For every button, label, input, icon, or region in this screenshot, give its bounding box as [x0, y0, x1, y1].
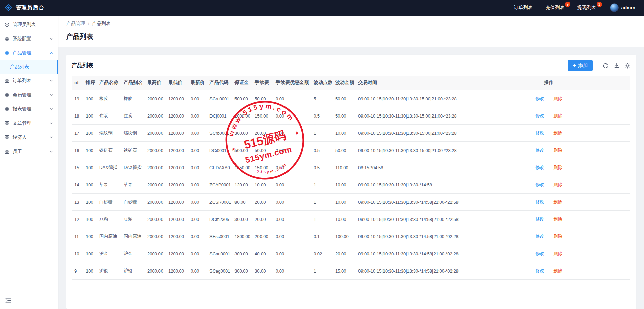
delete-link[interactable]: 删除 [553, 165, 562, 170]
edit-link[interactable]: 修改 [535, 96, 544, 101]
nav-withdraw-list[interactable]: 提现列表 1 [577, 5, 596, 11]
col-product-alias: 产品别名 [121, 76, 145, 90]
nav-order-list[interactable]: 订单列表 [514, 5, 533, 11]
sidebar-item-staff[interactable]: 员工 [0, 145, 58, 159]
sidebar-item-label: 订单列表 [13, 78, 31, 84]
col-low-price: 最低价 [166, 76, 188, 90]
cell-fluctuation-amount: 110.00 [332, 159, 355, 176]
export-icon[interactable] [614, 63, 619, 68]
delete-link[interactable]: 删除 [553, 251, 562, 256]
cell-fee: 30.00 [252, 262, 273, 280]
settings-icon[interactable] [625, 63, 630, 69]
withdraw-count-badge: 1 [597, 2, 602, 7]
sidebar-item-member-management[interactable]: 会员管理 [0, 88, 58, 102]
delete-link[interactable]: 删除 [553, 234, 562, 239]
delete-link[interactable]: 删除 [553, 148, 562, 153]
breadcrumb-item-product-management[interactable]: 产品管理 [66, 21, 85, 27]
chevron-down-icon [49, 121, 53, 125]
cell-product-code: SCrb0001 [207, 125, 232, 142]
delete-link[interactable]: 删除 [553, 216, 562, 222]
cell-id: 12 [72, 211, 83, 228]
cell-fluctuation-point: 1 [311, 262, 332, 280]
delete-link[interactable]: 删除 [553, 113, 562, 118]
delete-link[interactable]: 删除 [553, 96, 562, 101]
cell-sort: 100 [83, 142, 97, 159]
cell-fluctuation-amount: 100.00 [332, 228, 355, 245]
cell-margin: 300.00 [232, 262, 252, 280]
edit-link[interactable]: 修改 [535, 268, 544, 273]
chevron-down-icon [49, 150, 53, 154]
cell-product-name: 白砂糖 [97, 194, 121, 211]
cell-fluctuation-amount: 50.00 [332, 107, 355, 125]
product-management-icon [5, 51, 9, 55]
sidebar-subitem-product-list[interactable]: 产品列表 [0, 60, 58, 74]
sidebar-item-label: 会员管理 [13, 92, 31, 98]
edit-link[interactable]: 修改 [535, 234, 544, 239]
delete-link[interactable]: 删除 [553, 199, 562, 204]
edit-link[interactable]: 修改 [535, 199, 544, 204]
cell-product-name: 焦炭 [97, 107, 121, 125]
cell-actions: 修改 删除 [467, 194, 630, 211]
refresh-icon[interactable] [603, 63, 609, 69]
cell-sort: 100 [83, 262, 97, 280]
delete-link[interactable]: 删除 [553, 130, 562, 135]
nav-recharge-list[interactable]: 充值列表 9 [546, 5, 565, 11]
cell-high-price: 2000.00 [145, 228, 166, 245]
col-high-price: 最高价 [145, 76, 166, 90]
edit-link[interactable]: 修改 [535, 251, 544, 256]
edit-link[interactable]: 修改 [535, 130, 544, 135]
delete-link[interactable]: 删除 [553, 268, 562, 273]
cell-fluctuation-point: 1 [311, 176, 332, 194]
cell-product-name: 橡胶 [97, 90, 121, 107]
cell-fee: 150.00 [252, 159, 273, 176]
edit-link[interactable]: 修改 [535, 148, 544, 153]
cell-margin: 300.00 [232, 245, 252, 262]
cell-id: 16 [72, 142, 83, 159]
user-menu[interactable]: admin [610, 3, 635, 12]
sidebar-item-order-list[interactable]: 订单列表 [0, 74, 58, 88]
edit-link[interactable]: 修改 [535, 113, 544, 118]
cell-product-code: CEDAXA0 [207, 159, 232, 176]
cell-margin: 300.00 [232, 211, 252, 228]
delete-link[interactable]: 删除 [553, 182, 562, 187]
collapse-sidebar-icon[interactable] [5, 298, 11, 303]
cell-high-price: 2000.00 [145, 194, 166, 211]
cell-actions: 修改 删除 [467, 228, 630, 245]
cell-actions: 修改 删除 [467, 142, 630, 159]
cell-id: 15 [72, 159, 83, 176]
edit-link[interactable]: 修改 [535, 165, 544, 170]
cell-latest-price: 0.00 [188, 262, 207, 280]
sidebar-item-label: 管理员列表 [13, 22, 36, 28]
cell-id: 11 [72, 228, 83, 245]
cell-low-price: 1200.00 [166, 245, 188, 262]
cell-high-price: 2000.00 [145, 125, 166, 142]
sidebar-footer [0, 294, 58, 309]
edit-link[interactable]: 修改 [535, 182, 544, 187]
breadcrumb: 产品管理 / 产品列表 [66, 21, 636, 27]
sidebar-item-report-management[interactable]: 报表管理 [0, 102, 58, 116]
sidebar-item-label: 员工 [13, 149, 22, 155]
cell-product-alias: DAX德指 [121, 159, 145, 176]
cell-margin: 500.00 [232, 90, 252, 107]
cell-fluctuation-amount: 10.00 [332, 125, 355, 142]
sidebar-item-product-management[interactable]: 产品管理 [0, 46, 58, 60]
cell-fee: 20.00 [252, 125, 273, 142]
cell-margin: 1800.00 [232, 228, 252, 245]
edit-link[interactable]: 修改 [535, 216, 544, 222]
cell-fee-discount: 0.00 [273, 211, 311, 228]
cell-fee: 50.00 [252, 142, 273, 159]
cell-high-price: 2000.00 [145, 142, 166, 159]
sidebar-item-broker[interactable]: 经济人 [0, 130, 58, 145]
cell-fee-discount: 0.00 [273, 262, 311, 280]
table-row: 13 100 白砂糖 白砂糖 2000.00 1200.00 0.00 ZCSR… [72, 194, 630, 211]
sidebar-item-article-management[interactable]: 文章管理 [0, 116, 58, 130]
sidebar-item-system-config[interactable]: 系统配置 [0, 32, 58, 46]
cell-trade-time: 09:00-10:15|10:30-11:30|13:30-*14:58|21:… [355, 211, 467, 228]
plus-icon: + [573, 63, 576, 68]
cell-fee-discount: 0.00 [273, 245, 311, 262]
cell-low-price: 1200.00 [166, 211, 188, 228]
sidebar-item-admin-list[interactable]: 管理员列表 [0, 18, 58, 32]
add-button[interactable]: + 添加 [568, 60, 593, 71]
cell-product-code: SEsc0001 [207, 228, 232, 245]
cell-product-code: ZCAP0001 [207, 176, 232, 194]
